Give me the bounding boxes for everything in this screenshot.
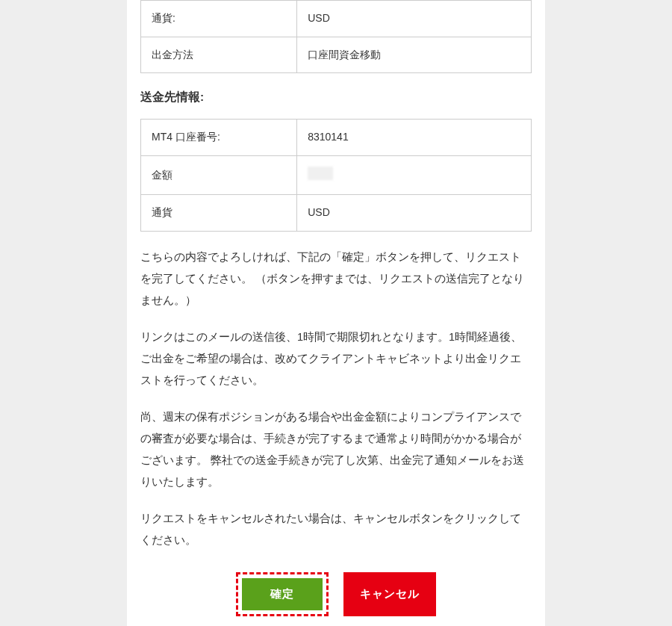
instruction-paragraph: こちらの内容でよろしければ、下記の「確定」ボタンを押して、リクエストを完了してく… (140, 247, 532, 312)
destination-heading: 送金先情報: (140, 90, 532, 105)
method-label-cell: 出金方法 (141, 37, 297, 73)
table-row: 出金方法 口座間資金移動 (141, 37, 532, 73)
method-value-cell: 口座間資金移動 (297, 37, 532, 73)
source-info-table: 通貨: USD 出金方法 口座間資金移動 (140, 0, 532, 73)
amount-label-cell: 金額 (141, 155, 297, 195)
destination-info-table: MT4 口座番号: 8310141 金額 通貨 USD (140, 119, 532, 232)
table-row: MT4 口座番号: 8310141 (141, 120, 532, 156)
dest-currency-value-cell: USD (297, 195, 532, 232)
confirm-highlight: 確定 (236, 572, 329, 616)
expiry-paragraph: リンクはこのメールの送信後、1時間で期限切れとなります。1時間経過後、ご出金をご… (140, 326, 532, 391)
currency-label-cell: 通貨: (141, 1, 297, 37)
table-row: 通貨 USD (141, 195, 532, 232)
button-row: 確定 キャンセル (140, 569, 532, 619)
content-panel: 通貨: USD 出金方法 口座間資金移動 送金先情報: MT4 口座番号: 83… (127, 0, 545, 626)
amount-value-cell (297, 155, 532, 195)
cancel-info-paragraph: リクエストをキャンセルされたい場合は、キャンセルボタンをクリックしてください。 (140, 508, 532, 551)
confirm-button[interactable]: 確定 (242, 578, 323, 610)
compliance-paragraph: 尚、週末の保有ポジションがある場合や出金金額によりコンプライアンスでの審査が必要… (140, 406, 532, 493)
cancel-button[interactable]: キャンセル (343, 572, 436, 616)
table-row: 通貨: USD (141, 1, 532, 37)
redacted-amount (308, 167, 333, 180)
account-value-cell: 8310141 (297, 120, 532, 156)
currency-value-cell: USD (297, 1, 532, 37)
account-label-cell: MT4 口座番号: (141, 120, 297, 156)
table-row: 金額 (141, 155, 532, 195)
dest-currency-label-cell: 通貨 (141, 195, 297, 232)
